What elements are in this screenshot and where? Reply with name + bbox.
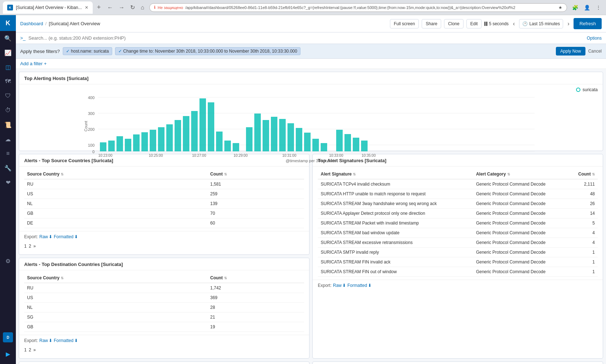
cancel-link[interactable]: Cancel — [588, 49, 602, 54]
table-row[interactable]: US259 — [24, 189, 304, 199]
sidebar-item-logs[interactable]: 📜 — [0, 117, 16, 132]
table-row[interactable]: SURICATA STREAM FIN out of windowGeneric… — [318, 267, 598, 277]
refresh-button[interactable]: Refresh — [574, 18, 602, 29]
dest-page-1[interactable]: 1 — [24, 347, 27, 352]
sig-formatted-link[interactable]: Formatted ⬇ — [347, 283, 372, 288]
sidebar-item-monitoring[interactable]: ❤ — [0, 175, 16, 190]
breadcrumb-dashboard[interactable]: Dashboard — [20, 21, 43, 26]
table-row[interactable]: SURICATA STREAM 3way handshake wrong seq… — [318, 199, 598, 209]
source-count-col-header[interactable]: Count ⇅ — [207, 169, 304, 179]
sidebar-item-index-patterns[interactable]: ≡ — [0, 146, 16, 161]
profile-button[interactable]: 👤 — [582, 3, 592, 12]
reload-button[interactable]: ↻ — [128, 3, 137, 12]
table-row[interactable]: NL139 — [24, 199, 304, 209]
sidebar-item-dashboard[interactable]: ◫ — [0, 60, 16, 74]
chart-x-label: @timestamp per 30 seconds — [24, 159, 598, 163]
kibana-logo[interactable]: K — [0, 15, 16, 31]
sig-raw-link[interactable]: Raw ⬇ — [333, 283, 346, 288]
new-tab-button[interactable]: + — [96, 4, 102, 11]
bookmark-icon[interactable]: ★ — [558, 5, 562, 10]
svg-rect-12 — [108, 141, 115, 151]
source-countries-table-container: Source Country ⇅ Count ⇅ RU1,581US259NL1… — [19, 167, 309, 231]
forward-button[interactable]: → — [117, 3, 127, 12]
sidebar-item-visualize[interactable]: 📈 — [0, 45, 16, 60]
address-bar[interactable]: ℹ Не защищено /app/kibana#/dashboard/052… — [149, 3, 567, 12]
dest-raw-link[interactable]: Raw ⬇ — [39, 338, 52, 343]
search-input[interactable] — [28, 35, 584, 41]
table-row[interactable]: SURICATA HTTP unable to match response t… — [318, 189, 598, 199]
cat-cell: Generic Protocol Command Decode — [473, 209, 569, 218]
menu-button[interactable]: ⋮ — [594, 3, 603, 12]
source-raw-link[interactable]: Raw ⬇ — [39, 234, 52, 239]
edit-button[interactable]: Edit — [466, 19, 482, 28]
sidebar-item-play[interactable]: ▶ — [0, 347, 16, 361]
dest-country-col-header[interactable]: Source Country ⇅ — [24, 273, 207, 283]
sig-col-header[interactable]: Alert Signature ⇅ — [318, 169, 473, 179]
filter-tag-time[interactable]: ✓ Change time to: November 30th 2018, 10… — [115, 47, 300, 55]
options-link[interactable]: Options — [587, 36, 602, 41]
sidebar-item-infrastructure[interactable]: ☁ — [0, 132, 16, 146]
sidebar-item-apm[interactable]: ⏱ — [0, 103, 16, 117]
svg-rect-19 — [166, 124, 173, 151]
cat-col-header[interactable]: Alert Category ⇅ — [473, 169, 569, 179]
dashboard-grid: Top Alerting Hosts [Suricata] suricata 4… — [16, 69, 606, 364]
sidebar-item-maps[interactable]: 🗺 — [0, 74, 16, 89]
table-row[interactable]: RU1,742 — [24, 283, 304, 293]
filter-tag-hostname[interactable]: ✓ host.name: suricata — [63, 47, 112, 55]
apply-now-button[interactable]: Apply Now — [556, 47, 585, 56]
dest-formatted-link[interactable]: Formatted ⬇ — [54, 338, 78, 343]
count-col-header[interactable]: Count ⇅ — [569, 169, 598, 179]
dest-page-2[interactable]: 2 — [29, 347, 31, 352]
chart-legend: suricata — [24, 87, 598, 92]
filterbar: Apply these filters? ✓ host.name: surica… — [16, 44, 606, 59]
page-1[interactable]: 1 — [24, 244, 27, 249]
page-2[interactable]: 2 — [29, 244, 31, 249]
interval-next-button[interactable]: › — [566, 20, 571, 28]
table-row[interactable]: SURICATA STREAM FIN invalid ackGeneric P… — [318, 257, 598, 267]
add-filter-link[interactable]: Add a filter + — [20, 61, 47, 66]
table-row[interactable]: GB19 — [24, 322, 304, 332]
source-country-col-header[interactable]: Source Country ⇅ — [24, 169, 207, 179]
table-row[interactable]: SURICATA SMTP invalid replyGeneric Proto… — [318, 248, 598, 257]
sidebar-item-management[interactable]: ⚙ — [0, 254, 16, 268]
table-row[interactable]: US369 — [24, 293, 304, 303]
source-formatted-link[interactable]: Formatted ⬇ — [54, 234, 78, 239]
svg-rect-15 — [133, 134, 140, 151]
fullscreen-button[interactable]: Full screen — [390, 19, 419, 28]
cat-cell: Generic Protocol Command Decode — [473, 267, 569, 277]
download-formatted-icon: ⬇ — [74, 234, 78, 239]
sidebar: K 🔍 📈 ◫ 🗺 🛡 ⏱ 📜 ☁ ≡ 🔧 ❤ ⚙ D ▶ — [0, 15, 16, 364]
table-row[interactable]: SURICATA STREAM Packet with invalid time… — [318, 218, 598, 228]
dest-countries-table: Source Country ⇅ Count ⇅ RU1,742US369NL2… — [24, 273, 304, 332]
tab-close-icon[interactable]: ✕ — [85, 5, 88, 10]
table-row[interactable]: SURICATA Applayer Detect protocol only o… — [318, 209, 598, 218]
table-row[interactable]: RU1,581 — [24, 179, 304, 189]
download-icon: ⬇ — [49, 234, 52, 239]
interval-prev-button[interactable]: ‹ — [511, 20, 516, 28]
table-row[interactable]: SURICATA STREAM excessive retransmission… — [318, 238, 598, 248]
dest-page-next[interactable]: » — [33, 347, 36, 352]
back-button[interactable]: ← — [105, 3, 115, 12]
table-row[interactable]: DE60 — [24, 218, 304, 228]
dest-count-col-header[interactable]: Count ⇅ — [207, 273, 304, 283]
home-button[interactable]: ⌂ — [139, 3, 146, 12]
svg-text:10:23:00: 10:23:00 — [98, 154, 113, 157]
count-cell: 1,742 — [207, 283, 304, 293]
svg-rect-13 — [117, 136, 123, 151]
sidebar-item-devtools[interactable]: 🔧 — [0, 161, 16, 175]
count-cell: 1 — [569, 257, 598, 267]
clone-button[interactable]: Clone — [444, 19, 463, 28]
source-countries-export-row: Export: Raw ⬇ Formatted ⬇ — [19, 231, 309, 242]
table-row[interactable]: SG21 — [24, 312, 304, 322]
extensions-button[interactable]: 🧩 — [570, 3, 580, 12]
sidebar-item-security[interactable]: 🛡 — [0, 89, 16, 103]
table-row[interactable]: SURICATA TCPv4 invalid checksumGeneric P… — [318, 179, 598, 189]
browser-tab[interactable]: K [Suricata] Alert Overview - Kiban... ✕ — [3, 1, 93, 14]
table-row[interactable]: SURICATA STREAM bad window updateGeneric… — [318, 228, 598, 238]
share-button[interactable]: Share — [422, 19, 441, 28]
time-range-picker[interactable]: 🕐 Last 15 minutes — [519, 19, 563, 28]
table-row[interactable]: NL28 — [24, 303, 304, 312]
table-row[interactable]: GB70 — [24, 209, 304, 218]
page-next[interactable]: » — [33, 244, 36, 249]
sidebar-item-discover[interactable]: 🔍 — [0, 31, 16, 45]
